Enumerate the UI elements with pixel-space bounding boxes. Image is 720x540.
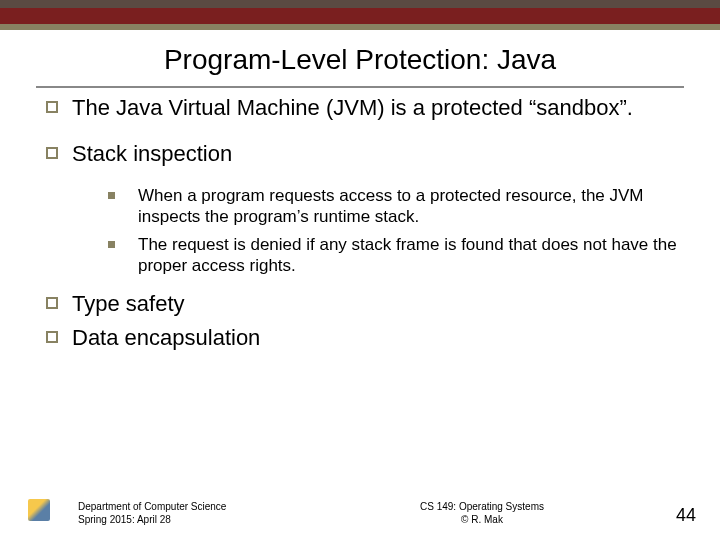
footer-left: Department of Computer Science Spring 20… <box>78 500 308 526</box>
bullet-marker <box>28 324 72 352</box>
square-open-icon <box>46 101 58 113</box>
footer-mid: CS 149: Operating Systems © R. Mak <box>308 500 656 526</box>
slide-body: The Java Virtual Machine (JVM) is a prot… <box>0 88 720 540</box>
square-open-icon <box>46 331 58 343</box>
bullet-4: Data encapsulation <box>28 324 692 352</box>
course-line2: © R. Mak <box>308 513 656 526</box>
bar-maroon <box>0 8 720 24</box>
dept-line1: Department of Computer Science <box>78 500 308 513</box>
bullet-text: Type safety <box>72 290 692 318</box>
bullet-3: Type safety <box>28 290 692 318</box>
bullet-text: The Java Virtual Machine (JVM) is a prot… <box>72 94 692 122</box>
square-open-icon <box>46 147 58 159</box>
course-line1: CS 149: Operating Systems <box>308 500 656 513</box>
square-solid-icon <box>108 192 115 199</box>
bullet-2: Stack inspection <box>28 140 692 168</box>
page-number: 44 <box>656 505 696 526</box>
bullet-marker <box>28 94 72 122</box>
sjsu-logo <box>28 494 68 526</box>
sub-marker <box>102 185 138 228</box>
sub-marker <box>102 234 138 277</box>
bar-dark <box>0 0 720 8</box>
logo-icon <box>28 499 50 521</box>
bullet-text: Data encapsulation <box>72 324 692 352</box>
slide: Program-Level Protection: Java The Java … <box>0 0 720 540</box>
square-open-icon <box>46 297 58 309</box>
footer: Department of Computer Science Spring 20… <box>0 494 720 526</box>
bullet-marker <box>28 140 72 168</box>
dept-line2: Spring 2015: April 28 <box>78 513 308 526</box>
square-solid-icon <box>108 241 115 248</box>
top-decor <box>0 0 720 30</box>
sub-bullet-2: The request is denied if any stack frame… <box>102 234 692 277</box>
bullet-marker <box>28 290 72 318</box>
sub-text: When a program requests access to a prot… <box>138 185 692 228</box>
bullet-1: The Java Virtual Machine (JVM) is a prot… <box>28 94 692 122</box>
sub-bullets: When a program requests access to a prot… <box>102 185 692 276</box>
bullet-text: Stack inspection <box>72 140 692 168</box>
slide-title: Program-Level Protection: Java <box>0 30 720 86</box>
sub-text: The request is denied if any stack frame… <box>138 234 692 277</box>
sub-bullet-1: When a program requests access to a prot… <box>102 185 692 228</box>
